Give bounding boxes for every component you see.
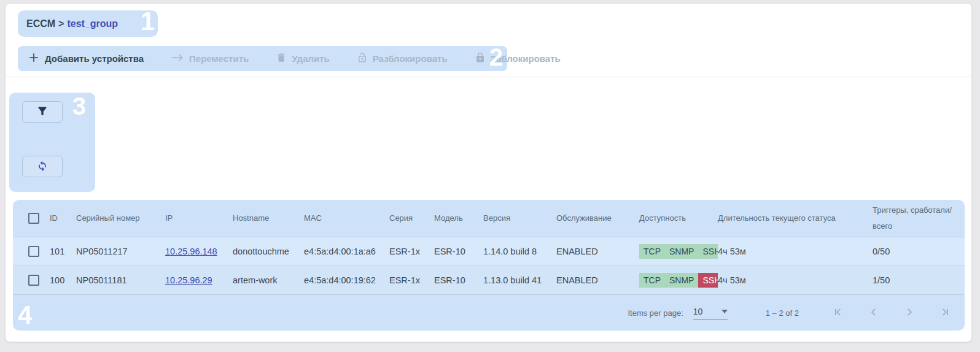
add-devices-button[interactable]: Добавить устройства — [28, 52, 144, 66]
availability-badge-ssh: SSH — [698, 244, 718, 259]
col-header-ip[interactable]: IP — [165, 210, 233, 226]
items-per-page-value: 10 — [693, 307, 703, 316]
table-row[interactable]: 101 NP05011217 10.25.96.148 donottouchme… — [13, 237, 965, 266]
unlock-label: Разблокировать — [373, 53, 448, 64]
availability-badge-snmp: SNMP — [665, 244, 698, 259]
col-header-series[interactable]: Серия — [389, 210, 434, 226]
cell-version: 1.14.0 build 8 — [483, 247, 556, 256]
unlock-icon — [357, 52, 368, 65]
annotation-4: 4 — [18, 302, 33, 328]
breadcrumb-root[interactable]: ECCM — [26, 18, 55, 29]
chevron-right-icon — [903, 306, 916, 320]
cell-duration: 4ч 53м — [718, 247, 873, 256]
cell-availability: TCP SNMP SSH — [639, 273, 718, 288]
annotation-1: 1 — [141, 9, 155, 34]
chevron-left-icon — [868, 306, 880, 320]
toolbar-divider — [6, 77, 971, 77]
cell-maintenance: ENABLED — [556, 247, 639, 256]
breadcrumb-separator: > — [58, 18, 64, 29]
cell-availability: TCP SNMP SSH — [639, 244, 718, 259]
row-select-cell — [28, 246, 50, 257]
plus-icon — [28, 52, 40, 66]
filter-icon — [36, 105, 49, 120]
unlock-button[interactable]: Разблокировать — [357, 52, 448, 65]
refresh-button[interactable] — [22, 156, 63, 177]
cell-triggers: 1/50 — [873, 275, 965, 285]
pagination-controls — [832, 306, 951, 320]
device-ip-link[interactable]: 10.25.96.29 — [165, 275, 212, 285]
table-header-row: ID Серийный номер IP Hostname MAC Серия … — [13, 200, 965, 237]
previous-page-button[interactable] — [868, 306, 880, 320]
cell-model: ESR-10 — [434, 247, 483, 256]
col-header-maintenance[interactable]: Обслуживание — [556, 210, 639, 226]
add-devices-label: Добавить устройства — [45, 53, 144, 64]
col-header-triggers[interactable]: Триггеры, сработали/всего — [873, 202, 965, 234]
table-row[interactable]: 100 NP05011181 10.25.96.29 artem-work e4… — [13, 266, 965, 294]
cell-serial: NP05011217 — [76, 247, 165, 256]
annotation-3: 3 — [72, 94, 87, 118]
cell-series: ESR-1x — [389, 247, 434, 256]
arrow-right-icon — [171, 52, 184, 66]
cell-duration: 4ч 53м — [718, 275, 873, 285]
cell-hostname: donottouchme — [233, 247, 304, 256]
page-range-label: 1 – 2 of 2 — [766, 308, 799, 318]
delete-button[interactable]: Удалить — [276, 52, 330, 65]
trash-icon — [276, 52, 287, 65]
cell-mac: e4:5a:d4:00:19:62 — [304, 275, 389, 285]
availability-badge-ssh: SSH — [698, 273, 718, 288]
next-page-button[interactable] — [903, 306, 916, 320]
cell-mac: e4:5a:d4:00:1a:a6 — [304, 247, 389, 256]
cell-maintenance: ENABLED — [556, 275, 639, 285]
col-header-id[interactable]: ID — [50, 210, 76, 226]
cell-id: 100 — [50, 275, 76, 285]
first-page-button[interactable] — [832, 306, 844, 320]
cell-hostname: artem-work — [233, 275, 304, 285]
refresh-icon — [36, 159, 49, 174]
availability-badge-snmp: SNMP — [665, 273, 698, 288]
col-header-serial[interactable]: Серийный номер — [76, 210, 165, 226]
table-paginator: Items per page: 10 1 – 2 of 2 — [13, 294, 965, 331]
first-page-icon — [832, 306, 844, 320]
move-button[interactable]: Переместить — [171, 52, 249, 66]
breadcrumb-text: ECCM>test_group — [26, 18, 118, 29]
last-page-button[interactable] — [939, 306, 951, 320]
cell-triggers: 0/50 — [873, 247, 965, 256]
items-per-page-select[interactable]: 10 — [693, 307, 728, 319]
delete-label: Удалить — [292, 53, 330, 64]
cell-serial: NP05011181 — [76, 275, 165, 285]
chevron-down-icon — [721, 310, 728, 313]
row-select-cell — [28, 275, 50, 286]
select-all-checkbox[interactable] — [28, 213, 39, 224]
items-per-page-label: Items per page: — [628, 308, 683, 318]
col-header-version[interactable]: Версия — [483, 210, 556, 226]
col-header-availability[interactable]: Доступность — [639, 210, 718, 226]
device-ip-link[interactable]: 10.25.96.148 — [165, 247, 217, 256]
col-header-status-duration[interactable]: Длительность текущего статуса — [718, 210, 873, 226]
availability-badge-tcp: TCP — [639, 244, 665, 259]
cell-model: ESR-10 — [434, 275, 483, 285]
device-toolbar: Добавить устройства Переместить Удалить … — [18, 46, 507, 71]
cell-version: 1.13.0 build 41 — [483, 275, 556, 285]
cell-series: ESR-1x — [389, 275, 434, 285]
breadcrumb-current-group[interactable]: test_group — [67, 18, 118, 29]
annotation-2: 2 — [489, 45, 504, 69]
row-checkbox[interactable] — [28, 246, 39, 257]
cell-id: 101 — [50, 247, 76, 256]
row-checkbox[interactable] — [28, 275, 39, 286]
content-card: ECCM>test_group 1 Добавить устройства Пе… — [5, 3, 972, 342]
devices-table: ID Серийный номер IP Hostname MAC Серия … — [13, 200, 965, 331]
col-header-hostname[interactable]: Hostname — [233, 210, 304, 226]
col-header-model[interactable]: Модель — [434, 210, 483, 226]
filter-button[interactable] — [22, 101, 63, 123]
move-label: Переместить — [189, 53, 249, 64]
availability-badge-tcp: TCP — [639, 273, 665, 288]
select-all-cell — [28, 213, 50, 224]
last-page-icon — [939, 306, 951, 320]
filter-panel: 3 — [9, 93, 95, 192]
col-header-mac[interactable]: MAC — [304, 210, 389, 226]
lock-button[interactable]: Заблокировать — [475, 52, 561, 65]
lock-icon — [475, 52, 486, 65]
breadcrumb: ECCM>test_group 1 — [18, 10, 158, 37]
